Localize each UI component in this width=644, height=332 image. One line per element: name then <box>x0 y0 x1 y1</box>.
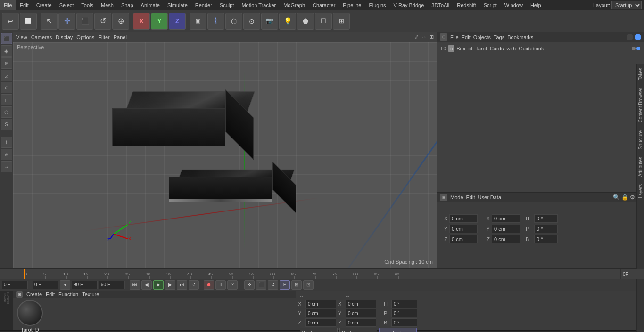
menu-create[interactable]: Create <box>33 0 56 10</box>
deform-btn[interactable]: ⊙ <box>243 13 260 30</box>
scale-tool-btn[interactable]: ⬛ <box>76 13 93 30</box>
help-btn[interactable]: ? <box>227 280 238 290</box>
end-frame-input-1[interactable]: 90 F <box>72 281 98 289</box>
x-axis-btn[interactable]: X <box>133 13 150 30</box>
coord-z2-input[interactable]: 0 cm <box>346 318 376 327</box>
vtab-attributes[interactable]: Attributes <box>637 153 644 180</box>
light-btn[interactable]: 💡 <box>279 13 296 30</box>
menu-mograph[interactable]: MoGraph <box>280 0 309 10</box>
attr-settings-icon[interactable]: ⚙ <box>630 194 635 201</box>
menu-character[interactable]: Character <box>309 0 339 10</box>
panel-menu-objects[interactable]: Objects <box>473 34 491 40</box>
left-tool-8[interactable]: S <box>1 119 12 130</box>
rotate-tool-btn[interactable]: ↺ <box>94 13 111 30</box>
play-btn[interactable]: ▶ <box>153 280 164 290</box>
current-frame-input[interactable]: 0 F <box>2 281 28 289</box>
layout-select[interactable]: Startup <box>611 1 642 9</box>
attr-search-icon[interactable]: 🔍 <box>613 194 620 201</box>
start-frame-input[interactable]: 0 F <box>33 281 58 289</box>
menu-render[interactable]: Render <box>191 0 216 10</box>
world-dropdown[interactable]: World ▼ <box>300 328 338 332</box>
record-btn[interactable]: ⏺ <box>204 280 214 290</box>
viewport-icon-dots[interactable]: ⊞ <box>429 34 434 40</box>
anim-tool-grid[interactable]: ⊞ <box>291 280 302 290</box>
step-back-btn[interactable]: ◀ <box>141 280 152 290</box>
vtab-content-browser[interactable]: Content Browser <box>637 84 644 126</box>
prev-start-btn[interactable]: ◄ <box>60 280 70 290</box>
poly-obj-btn[interactable]: ▣ <box>190 13 206 30</box>
transform-tool-btn[interactable]: ⊕ <box>112 13 129 30</box>
menu-mesh[interactable]: Mesh <box>97 0 117 10</box>
panel-menu-file[interactable]: File <box>450 34 459 40</box>
coord-h-input[interactable]: 0 ° <box>391 300 417 308</box>
coord-p-input[interactable]: 0 ° <box>391 309 417 317</box>
particle-btn[interactable]: ⬟ <box>297 13 314 30</box>
viewport-menu-panel[interactable]: Panel <box>114 34 127 40</box>
viewport-menu-options[interactable]: Options <box>76 34 94 40</box>
panel-menu-edit[interactable]: Edit <box>462 34 471 40</box>
vtab-takes[interactable]: Takes <box>637 64 644 84</box>
camera-btn[interactable]: 📷 <box>261 13 278 30</box>
auto-key-btn[interactable]: ⏸ <box>215 280 226 290</box>
mat-menu-create[interactable]: Create <box>26 292 42 297</box>
menu-redshift[interactable]: Redshift <box>453 0 479 10</box>
anim-tool-p[interactable]: P <box>280 280 290 290</box>
material-thumbnail[interactable] <box>17 300 43 326</box>
coord-y-input[interactable]: 0 cm <box>305 309 336 317</box>
menu-pipeline[interactable]: Pipeline <box>339 0 365 10</box>
z-axis-btn[interactable]: Z <box>169 13 186 30</box>
mat-menu-edit[interactable]: Edit <box>46 292 55 297</box>
viewport-menu-display[interactable]: Display <box>56 34 73 40</box>
menu-plugins[interactable]: Plugins <box>365 0 389 10</box>
left-tool-7[interactable]: ⬡ <box>1 106 12 118</box>
x-pos-field[interactable]: 0 cm <box>449 214 478 223</box>
menu-file[interactable]: File <box>0 0 16 10</box>
viewport[interactable]: View Cameras Display Options Filter Pane… <box>13 32 437 268</box>
left-tool-10[interactable]: ⊕ <box>1 149 12 160</box>
panel-menu-tags[interactable]: Tags <box>494 34 504 40</box>
left-tool-3[interactable]: ⊞ <box>1 57 12 69</box>
left-tool-4[interactable]: ◿ <box>1 70 12 81</box>
undo-btn[interactable]: ↩ <box>2 13 19 30</box>
redo-btn[interactable]: ⬜ <box>20 13 37 30</box>
viewport-canvas[interactable]: Perspective <box>13 42 437 268</box>
attr-menu-userdata[interactable]: User Data <box>478 194 502 200</box>
move-tool-btn[interactable]: ✛ <box>58 13 75 30</box>
anim-tool-3[interactable]: ↺ <box>268 280 278 290</box>
select-tool-btn[interactable]: ↖ <box>41 13 58 30</box>
left-tool-6[interactable]: ◻ <box>1 94 12 105</box>
z-rot-field[interactable]: 0 cm <box>492 235 520 243</box>
coord-z-input[interactable]: 0 cm <box>305 318 336 327</box>
anim-tool-1[interactable]: ✛ <box>244 280 255 290</box>
mat-menu-texture[interactable]: Texture <box>82 292 99 297</box>
anim-tool-2[interactable]: ⬛ <box>256 280 266 290</box>
menu-script[interactable]: Script <box>480 0 501 10</box>
y-rot-field[interactable]: 0 cm <box>492 225 520 233</box>
menu-select[interactable]: Select <box>56 0 78 10</box>
left-tool-9[interactable]: ⌇ <box>1 137 12 148</box>
menu-3dtoall[interactable]: 3DToAll <box>428 0 453 10</box>
timeline-ruler[interactable]: 0F 0 5 10 15 20 25 30 35 40 45 50 55 <box>0 269 644 279</box>
menu-simulate[interactable]: Simulate <box>164 0 191 10</box>
viewport-icon-arrows[interactable]: ↔ <box>421 34 427 40</box>
menu-window[interactable]: Window <box>501 0 527 10</box>
viewport-menu-view[interactable]: View <box>16 34 27 40</box>
loop-btn[interactable]: ↺ <box>189 280 199 290</box>
vtab-layers[interactable]: Layers <box>637 180 644 202</box>
menu-motion-tracker[interactable]: Motion Tracker <box>238 0 280 10</box>
y-axis-btn[interactable]: Y <box>151 13 168 30</box>
viewport-menu-filter[interactable]: Filter <box>98 34 109 40</box>
grid-btn[interactable]: ⊞ <box>333 13 350 30</box>
h-field[interactable]: 0 ° <box>534 214 558 223</box>
b-field[interactable]: 0 ° <box>534 235 558 243</box>
apply-button[interactable]: Apply <box>379 328 417 332</box>
panel-menu-bookmarks[interactable]: Bookmarks <box>507 34 533 40</box>
menu-help[interactable]: Help <box>527 0 545 10</box>
object-item[interactable]: L0 ◻ Box_of_Tarot_Cards_with_Guidebook <box>439 44 642 53</box>
goto-start-btn[interactable]: ⏮ <box>130 280 140 290</box>
p-field[interactable]: 0 ° <box>534 225 558 233</box>
goto-end-btn[interactable]: ⏭ <box>177 280 187 290</box>
y-pos-field[interactable]: 0 cm <box>449 225 478 233</box>
left-tool-1[interactable]: ⬛ <box>1 33 12 44</box>
z-pos-field[interactable]: 0 cm <box>449 235 478 243</box>
